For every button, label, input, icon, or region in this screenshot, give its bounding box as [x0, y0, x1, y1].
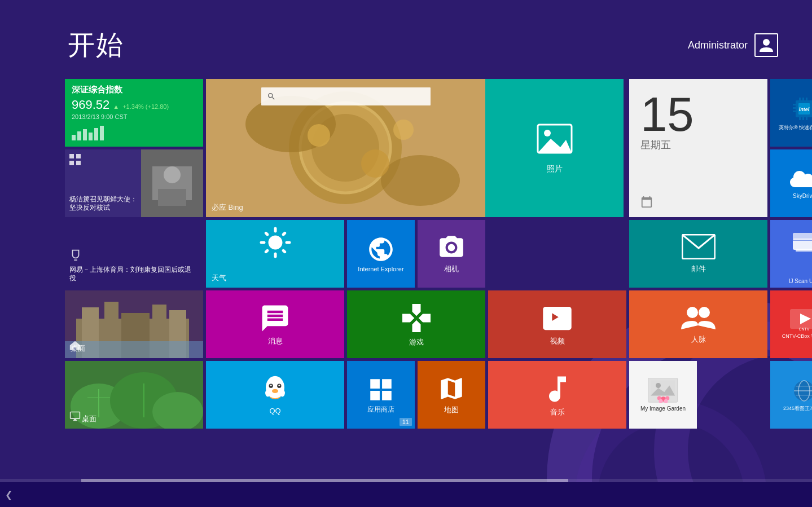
people-icon — [680, 304, 717, 332]
svg-rect-77 — [806, 117, 807, 120]
flash-storage-tile[interactable]: intel 英特尔® 快速存储技术 — [770, 79, 812, 147]
svg-point-46 — [270, 385, 272, 386]
stock-tile[interactable]: 深证综合指数 969.52 ▲ +1.34% (+12.80) 2013/2/1… — [65, 79, 203, 147]
stock-title: 深证综合指数 — [72, 85, 196, 95]
music-tile[interactable]: 音乐 — [488, 361, 626, 429]
svg-rect-67 — [793, 107, 796, 109]
svg-point-50 — [280, 390, 285, 397]
games-tile[interactable]: 游戏 — [347, 290, 485, 358]
ij-scan-tile[interactable]: IJ Scan Ut... Scan — [770, 220, 812, 288]
ie-tile[interactable]: Internet Explorer — [347, 220, 415, 288]
svg-point-40 — [361, 149, 389, 178]
svg-rect-76 — [802, 117, 804, 120]
svg-point-61 — [659, 399, 662, 403]
message-icon — [260, 303, 291, 334]
update-2345-tile[interactable]: 2345看图王本升级 — [770, 361, 812, 429]
sun-icon — [258, 226, 292, 259]
skydrive-tile[interactable]: SkyDrive — [770, 149, 812, 217]
stock-change: +1.34% (+12.80) — [122, 103, 169, 110]
building-tile[interactable]: 桌面 — [65, 290, 203, 358]
svg-point-12 — [164, 166, 181, 183]
svg-rect-80 — [793, 240, 812, 241]
ij-scan-icon — [790, 227, 812, 253]
stock-up-arrow: ▲ — [113, 103, 119, 110]
svg-rect-81 — [796, 249, 812, 252]
video-icon — [542, 303, 573, 334]
svg-point-3 — [763, 39, 770, 46]
svg-rect-74 — [806, 98, 807, 100]
svg-rect-6 — [83, 129, 87, 140]
svg-rect-13 — [158, 189, 186, 206]
mail-tile[interactable]: 邮件 — [629, 220, 767, 288]
intel-icon: intel — [790, 95, 812, 123]
weather-label: 天气 — [212, 273, 226, 283]
stock-value: 969.52 — [72, 98, 109, 112]
cntv-tile[interactable]: CNTV CNTV-CBox 客户端 — [770, 290, 812, 358]
qq-tile[interactable]: QQ — [206, 361, 344, 429]
skydrive-label: SkyDrive — [793, 193, 812, 199]
svg-rect-17 — [76, 161, 81, 165]
ij-scan-label: IJ Scan Ut... — [773, 278, 812, 285]
weather-tile[interactable]: 天气 — [206, 220, 344, 288]
svg-point-62 — [664, 399, 668, 403]
messaging-label: 消息 — [268, 336, 283, 346]
store-icon — [367, 376, 395, 404]
scroll-left-button[interactable]: ❮ — [0, 482, 17, 507]
update-icon — [790, 378, 812, 404]
svg-point-53 — [699, 307, 710, 318]
bing-search-bar[interactable] — [261, 87, 431, 105]
svg-rect-9 — [100, 126, 104, 140]
skydrive-icon — [789, 168, 813, 191]
desktop-icon — [69, 411, 81, 424]
flash-storage-label: 英特尔® 快速存储技术 — [779, 125, 812, 131]
maps-tile[interactable]: 地图 — [418, 361, 485, 429]
page-title: 开始 — [68, 27, 124, 63]
svg-text:intel: intel — [799, 107, 810, 112]
video-label: 视频 — [550, 336, 565, 346]
ie-label: Internet Explorer — [358, 266, 403, 272]
bing-label: 必应 Bing — [212, 202, 243, 213]
svg-rect-75 — [799, 117, 801, 120]
plants-tile[interactable]: 桌面 — [65, 361, 203, 429]
user-info[interactable]: Administrator — [688, 33, 778, 57]
news-tile-2[interactable]: 网易－上海体育局：刘翔康复回国后或退役 — [65, 220, 203, 288]
qq-label: QQ — [269, 407, 280, 415]
bing-tile[interactable]: 必应 Bing — [206, 79, 485, 217]
svg-rect-8 — [94, 128, 98, 140]
store-tile[interactable]: 11 应用商店 — [347, 361, 415, 429]
news-tile-1[interactable]: 杨洁篪召见朝鲜大使：坚决反对核试 — [65, 149, 203, 217]
calendar-tile[interactable]: 15 星期五 — [629, 79, 767, 217]
svg-point-91 — [544, 130, 551, 136]
svg-rect-72 — [799, 98, 801, 100]
username-label: Administrator — [688, 39, 748, 51]
desktop-label: 桌面 — [82, 414, 96, 424]
video-tile[interactable]: 视频 — [488, 290, 626, 358]
camera-tile[interactable]: 相机 — [418, 220, 485, 288]
svg-point-49 — [265, 390, 270, 397]
svg-point-39 — [308, 124, 330, 147]
taskbar: ❮ — [0, 482, 812, 507]
games-label: 游戏 — [409, 337, 424, 347]
ie-icon — [367, 235, 395, 263]
svg-rect-16 — [69, 161, 74, 165]
building-label: 桌面 — [71, 343, 85, 354]
messaging-tile[interactable]: 消息 — [206, 290, 344, 358]
store-badge: 11 — [400, 418, 412, 426]
cntv-label: CNTV-CBox 客户端 — [782, 333, 812, 340]
photos-tile[interactable]: 照片 — [485, 79, 624, 217]
header: 开始 Administrator — [0, 0, 812, 73]
maps-icon — [437, 374, 466, 403]
cntv-icon: CNTV — [790, 309, 812, 332]
svg-text:CNTV: CNTV — [798, 327, 809, 331]
trophy-icon — [69, 248, 82, 263]
my-image-garden-tile[interactable]: My Image Garden — [629, 361, 697, 429]
update-2345-label: 2345看图王本升级 — [783, 405, 812, 412]
svg-rect-15 — [76, 154, 81, 158]
people-tile[interactable]: 人脉 — [629, 290, 767, 358]
qq-icon — [260, 374, 291, 405]
camera-icon — [437, 233, 466, 262]
svg-rect-7 — [89, 133, 93, 140]
svg-marker-92 — [538, 139, 572, 153]
svg-point-41 — [393, 120, 414, 140]
music-icon — [541, 372, 574, 406]
